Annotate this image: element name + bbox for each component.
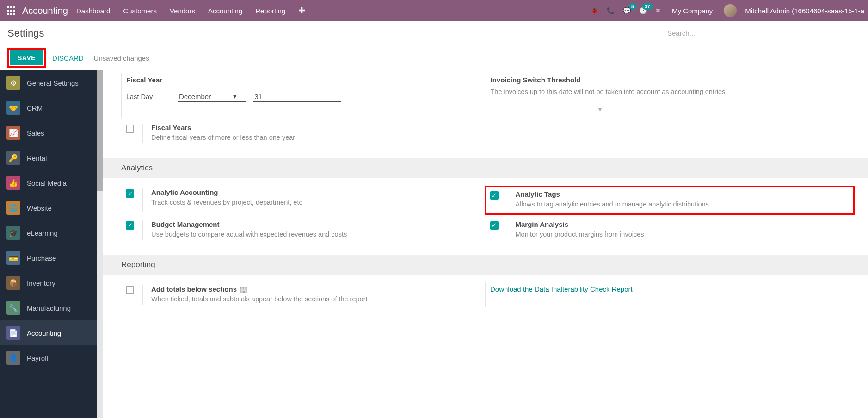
threshold-date-select[interactable]: ▾ xyxy=(491,104,602,115)
margin-analysis-title: Margin Analysis xyxy=(516,220,644,228)
fiscal-day-input[interactable] xyxy=(253,92,341,102)
svg-rect-6 xyxy=(7,13,9,15)
analytic-tags-title: Analytic Tags xyxy=(516,190,709,198)
svg-rect-1 xyxy=(10,6,12,8)
activities-icon[interactable]: 🕐37 xyxy=(639,7,647,14)
subbar: Settings xyxy=(0,21,868,45)
tools-icon[interactable]: ✖ xyxy=(655,7,661,14)
sidebar-item-elearning[interactable]: 🎓eLearning xyxy=(0,220,103,245)
nav-vendors[interactable]: Vendors xyxy=(170,7,195,15)
budget-management-checkbox[interactable]: ✓ xyxy=(126,221,134,230)
save-highlight: SAVE xyxy=(7,48,46,68)
svg-rect-4 xyxy=(10,10,12,12)
totals-below-title: Add totals below sections🏢 xyxy=(151,285,368,293)
search-input[interactable] xyxy=(666,27,861,39)
sidebar-item-sales[interactable]: 📈Sales xyxy=(0,120,103,145)
totals-below-desc: When ticked, totals and subtotals appear… xyxy=(151,294,368,305)
sidebar-item-label: Purchase xyxy=(27,254,56,262)
fiscal-years-title: Fiscal Years xyxy=(151,124,295,131)
sidebar-item-website[interactable]: 🌐Website xyxy=(0,195,103,220)
caret-down-icon: ▾ xyxy=(233,92,237,100)
sidebar-item-label: Manufacturing xyxy=(27,304,71,312)
company-switcher[interactable]: My Company xyxy=(672,7,713,15)
svg-rect-2 xyxy=(13,6,15,8)
sidebar-item-accounting[interactable]: 📄Accounting xyxy=(0,320,103,345)
budget-management-title: Budget Management xyxy=(151,220,347,228)
fiscal-years-checkbox[interactable] xyxy=(126,125,134,133)
settings-sidebar: ⚙General Settings 🤝CRM 📈Sales 🔑Rental 👍S… xyxy=(0,70,103,418)
apps-menu-icon[interactable] xyxy=(4,6,18,15)
totals-below-checkbox[interactable] xyxy=(126,286,134,294)
last-day-label: Last Day xyxy=(126,93,171,100)
sidebar-item-label: CRM xyxy=(27,104,43,112)
sidebar-item-label: General Settings xyxy=(27,79,79,87)
user-avatar[interactable] xyxy=(724,4,737,17)
svg-rect-5 xyxy=(13,10,15,12)
sidebar-item-social-media[interactable]: 👍Social Media xyxy=(0,170,103,195)
analytic-accounting-title: Analytic Accounting xyxy=(151,188,302,196)
sidebar-scrollbar-thumb[interactable] xyxy=(97,70,103,191)
sidebar-item-general-settings[interactable]: ⚙General Settings xyxy=(0,70,103,95)
analytic-tags-checkbox[interactable]: ✓ xyxy=(490,191,499,200)
nav-accounting[interactable]: Accounting xyxy=(208,7,242,15)
messages-badge: 5 xyxy=(629,3,636,10)
sidebar-item-rental[interactable]: 🔑Rental xyxy=(0,145,103,170)
sidebar-item-label: Payroll xyxy=(27,354,48,362)
messages-icon[interactable]: 💬5 xyxy=(623,7,631,14)
actionbar: SAVE DISCARD Unsaved changes xyxy=(0,45,868,70)
threshold-desc: The invoices up to this date will not be… xyxy=(491,87,845,97)
sidebar-item-inventory[interactable]: 📦Inventory xyxy=(0,270,103,295)
topbar: Accounting Dashboard Customers Vendors A… xyxy=(0,0,868,21)
svg-rect-8 xyxy=(13,13,15,15)
svg-rect-3 xyxy=(7,10,9,12)
budget-management-desc: Use budgets to compare actual with expec… xyxy=(151,229,347,240)
analytic-accounting-desc: Track costs & revenues by project, depar… xyxy=(151,197,302,208)
sidebar-item-label: eLearning xyxy=(27,229,58,237)
nav-dashboard[interactable]: Dashboard xyxy=(76,7,110,15)
sidebar-item-label: Sales xyxy=(27,129,44,137)
fiscal-year-title: Fiscal Year xyxy=(126,76,481,84)
sidebar-item-label: Website xyxy=(27,204,52,212)
fiscal-month-select[interactable]: December ▾ xyxy=(178,91,246,102)
margin-analysis-checkbox[interactable]: ✓ xyxy=(490,221,499,230)
fiscal-month-value: December xyxy=(179,93,211,100)
threshold-title: Invoicing Switch Threshold xyxy=(491,76,845,84)
nav-customers[interactable]: Customers xyxy=(123,7,157,15)
discard-button[interactable]: DISCARD xyxy=(52,54,84,62)
sidebar-item-label: Social Media xyxy=(27,179,67,187)
save-button[interactable]: SAVE xyxy=(10,50,43,65)
unsaved-label: Unsaved changes xyxy=(94,54,149,62)
sidebar-item-payroll[interactable]: 👤Payroll xyxy=(0,345,103,370)
settings-content: Fiscal Year Last Day December ▾ Invoicin… xyxy=(103,70,868,418)
building-icon: 🏢 xyxy=(240,286,247,293)
sidebar-item-manufacturing[interactable]: 🔧Manufacturing xyxy=(0,295,103,320)
download-inalterability-link[interactable]: Download the Data Inalterability Check R… xyxy=(490,285,633,305)
username[interactable]: Mitchell Admin (16604604-saas-15-1-a xyxy=(745,7,864,15)
sidebar-item-label: Accounting xyxy=(27,329,61,337)
sidebar-item-label: Rental xyxy=(27,154,47,162)
page-title: Settings xyxy=(7,27,44,39)
phone-icon[interactable]: 📞 xyxy=(607,7,615,14)
activities-badge: 37 xyxy=(642,3,653,10)
nav-reporting[interactable]: Reporting xyxy=(255,7,285,15)
svg-rect-0 xyxy=(7,6,9,8)
debug-icon[interactable]: 🐞 xyxy=(591,7,598,14)
fiscal-years-desc: Define fiscal years of more or less than… xyxy=(151,132,295,143)
sidebar-item-purchase[interactable]: 💳Purchase xyxy=(0,245,103,270)
sidebar-item-crm[interactable]: 🤝CRM xyxy=(0,95,103,120)
margin-analysis-desc: Monitor your product margins from invoic… xyxy=(516,229,644,240)
analytic-tags-highlight: ✓ Analytic Tags Allows to tag analytic e… xyxy=(485,186,856,214)
svg-rect-7 xyxy=(10,13,12,15)
analytics-section-header: Analytics xyxy=(103,158,868,178)
reporting-section-header: Reporting xyxy=(103,255,868,275)
analytic-accounting-checkbox[interactable]: ✓ xyxy=(126,189,134,198)
new-menu-icon[interactable]: ✚ xyxy=(298,6,305,16)
app-name[interactable]: Accounting xyxy=(22,6,68,16)
analytic-tags-desc: Allows to tag analytic entries and to ma… xyxy=(516,199,709,210)
sidebar-item-label: Inventory xyxy=(27,279,55,287)
